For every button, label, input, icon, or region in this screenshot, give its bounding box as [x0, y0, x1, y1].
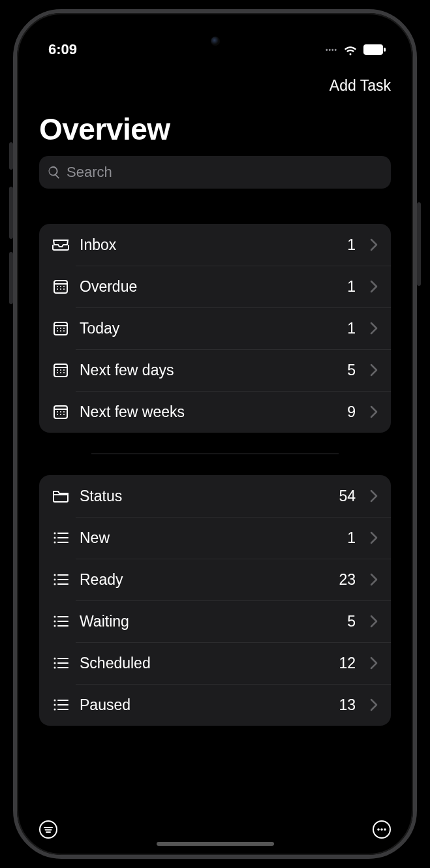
- row-label: New: [80, 529, 337, 547]
- list-icon: [52, 657, 69, 670]
- chevron-right-icon: [370, 531, 378, 544]
- inbox-icon: [52, 238, 69, 252]
- more-button[interactable]: [369, 816, 395, 843]
- svg-point-29: [60, 411, 61, 412]
- row-label: Ready: [80, 571, 328, 589]
- cellular-dots-icon: ••••: [326, 46, 337, 54]
- chevron-right-icon: [370, 698, 378, 711]
- svg-point-15: [57, 330, 58, 332]
- phone-mute-switch: [9, 142, 13, 170]
- svg-rect-1: [384, 48, 386, 52]
- row-label: Scheduled: [80, 655, 328, 672]
- svg-point-23: [57, 372, 58, 373]
- list-icon: [52, 531, 69, 544]
- row-label: Next few weeks: [80, 403, 337, 421]
- list-row-scheduled[interactable]: Scheduled12: [39, 642, 391, 684]
- row-count: 54: [339, 488, 356, 505]
- svg-point-67: [380, 828, 383, 831]
- chevron-right-icon: [370, 364, 378, 377]
- svg-point-52: [54, 658, 56, 660]
- list-row-waiting[interactable]: Waiting5: [39, 600, 391, 642]
- svg-point-32: [60, 414, 61, 415]
- svg-point-7: [57, 288, 58, 290]
- row-count: 13: [339, 696, 356, 714]
- overview-list[interactable]: Inbox1Overdue1Today1Next few days5Next f…: [17, 195, 413, 804]
- svg-point-21: [60, 369, 61, 371]
- folder-icon: [52, 489, 69, 503]
- svg-point-56: [54, 667, 56, 669]
- row-label: Today: [80, 320, 337, 337]
- svg-point-9: [63, 288, 65, 290]
- row-count: 1: [347, 529, 356, 547]
- svg-point-6: [63, 286, 65, 287]
- home-indicator[interactable]: [157, 842, 274, 846]
- svg-point-12: [57, 328, 58, 329]
- svg-point-20: [57, 369, 58, 371]
- calendar-icon: [52, 320, 69, 336]
- chevron-right-icon: [370, 405, 378, 418]
- svg-point-60: [54, 704, 56, 706]
- chevron-right-icon: [370, 280, 378, 293]
- front-camera: [211, 37, 220, 46]
- status-time: 6:09: [48, 41, 77, 58]
- row-label: Inbox: [80, 236, 337, 254]
- svg-point-50: [54, 625, 56, 627]
- chevron-right-icon: [370, 657, 378, 670]
- list-icon: [52, 615, 69, 628]
- add-task-button[interactable]: Add Task: [330, 77, 391, 95]
- search-input[interactable]: [67, 164, 383, 181]
- row-label: Overdue: [80, 278, 337, 296]
- svg-point-5: [60, 286, 61, 287]
- bottom-toolbar: [17, 804, 413, 855]
- svg-point-66: [377, 828, 380, 831]
- svg-point-17: [63, 330, 65, 332]
- svg-point-36: [54, 537, 56, 539]
- svg-rect-0: [363, 44, 383, 55]
- list-row-today[interactable]: Today1: [39, 307, 391, 349]
- row-label: Next few days: [80, 362, 337, 379]
- svg-point-4: [57, 286, 58, 287]
- svg-point-40: [54, 574, 56, 576]
- phone-volume-down: [9, 252, 13, 304]
- svg-point-46: [54, 616, 56, 618]
- phone-side-button: [417, 202, 421, 286]
- wifi-icon: [343, 44, 358, 55]
- nav-bar: Add Task: [17, 65, 413, 101]
- list-row-next-few-weeks[interactable]: Next few weeks9: [39, 391, 391, 433]
- list-row-overdue[interactable]: Overdue1: [39, 266, 391, 307]
- row-count: 1: [347, 278, 356, 296]
- row-count: 12: [339, 655, 356, 672]
- list-row-new[interactable]: New1: [39, 517, 391, 559]
- filter-button[interactable]: [35, 816, 61, 843]
- chevron-right-icon: [370, 238, 378, 251]
- svg-point-62: [54, 709, 56, 711]
- svg-point-31: [57, 414, 58, 415]
- svg-point-8: [60, 288, 61, 290]
- battery-icon: [363, 44, 386, 55]
- list-row-next-few-days[interactable]: Next few days5: [39, 349, 391, 391]
- svg-point-38: [54, 542, 56, 544]
- list-row-inbox[interactable]: Inbox1: [39, 224, 391, 266]
- svg-point-48: [54, 621, 56, 623]
- svg-point-13: [60, 328, 61, 329]
- search-container: [17, 156, 413, 195]
- svg-point-44: [54, 583, 56, 585]
- row-count: 23: [339, 571, 356, 589]
- calendar-icon: [52, 362, 69, 378]
- section-separator: [91, 454, 339, 454]
- row-label: Waiting: [80, 613, 337, 630]
- list-icon: [52, 698, 69, 711]
- row-label: Status: [80, 488, 328, 505]
- svg-point-25: [63, 372, 65, 373]
- svg-point-54: [54, 662, 56, 664]
- search-field[interactable]: [39, 156, 391, 189]
- chevron-right-icon: [370, 322, 378, 335]
- svg-point-28: [57, 411, 58, 412]
- list-row-status[interactable]: Status54: [39, 475, 391, 517]
- chevron-right-icon: [370, 573, 378, 586]
- row-count: 9: [347, 403, 356, 421]
- svg-point-22: [63, 369, 65, 371]
- list-icon: [52, 573, 69, 586]
- list-row-paused[interactable]: Paused13: [39, 684, 391, 726]
- list-row-ready[interactable]: Ready23: [39, 559, 391, 600]
